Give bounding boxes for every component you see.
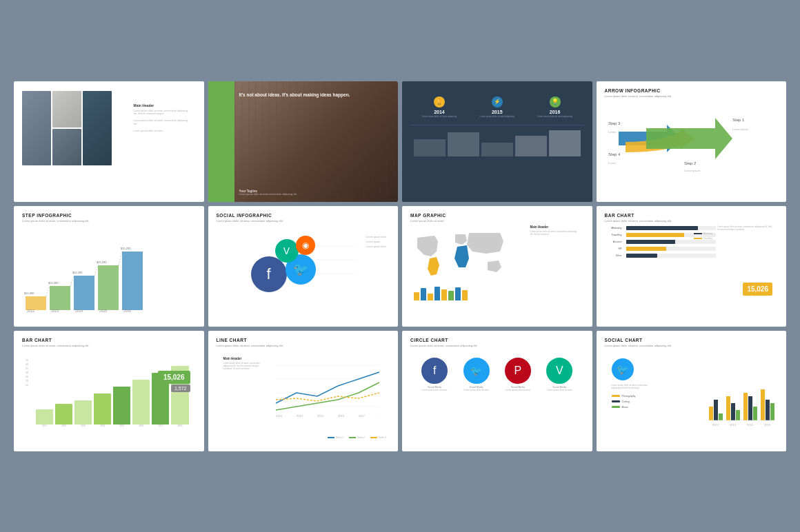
svg-line-15 xyxy=(94,265,98,276)
hbar-track-5 xyxy=(626,254,717,258)
svg-text:Step 3: Step 3 xyxy=(608,121,621,125)
svg-rect-41 xyxy=(714,400,718,420)
svg-text:Lorem: Lorem xyxy=(608,130,617,134)
highlight-value-2a: 15,026 xyxy=(158,371,190,384)
legend-coding-label: Coding xyxy=(622,400,630,403)
svg-text:Step 4: Step 4 xyxy=(608,152,621,156)
social-bubbles: f 🐦 V ◉ Lorem ipsum dolor Lorem ipsum Lo… xyxy=(217,225,390,308)
svg-text:$11,200: $11,200 xyxy=(72,271,83,274)
svg-text:2016: 2016 xyxy=(123,309,131,313)
circle-facebook: f Social Media Lorem ipsum dolor sit ame… xyxy=(421,358,448,392)
x-axis-labels: 2011 2012 2013 2014 2015 2016 2017 2018 xyxy=(22,424,196,427)
slide5-subtitle: Lorem ipsum dolor sit amet, consectetur … xyxy=(22,219,196,223)
svg-text:2015: 2015 xyxy=(747,423,754,427)
svg-text:Lorem ipsum: Lorem ipsum xyxy=(684,169,701,172)
highlight-value-1: 15,026 xyxy=(743,283,772,296)
svg-rect-45 xyxy=(736,410,740,420)
highlight-value-2b: 1,572 xyxy=(171,385,190,392)
svg-text:2014: 2014 xyxy=(730,423,737,427)
svg-text:2013: 2013 xyxy=(51,309,59,313)
circle-vine: V Social Media Lorem ipsum dolor sit ame… xyxy=(546,358,572,392)
slide5-title: STEP INFOGRAPHIC xyxy=(22,213,196,218)
slide9-subtitle: Lorem ipsum dolor sit amet, consectetur … xyxy=(22,344,196,347)
dark-bars xyxy=(410,129,584,156)
legend-photography: Photography xyxy=(612,395,657,398)
svg-text:2014: 2014 xyxy=(75,309,83,313)
slide6-subtitle: Lorem ipsum dolor sit amet, consectetur … xyxy=(217,219,390,223)
bar-right-body: Lorem ipsum dolor sit amet, consectetur … xyxy=(717,225,772,231)
map-bar-8 xyxy=(462,290,468,300)
hbar-track-1 xyxy=(626,226,717,230)
hbar-label-3: Account xyxy=(605,241,622,243)
map-bar-4 xyxy=(434,287,440,300)
slide11-subtitle: Lorem ipsum dolor sit amet, consectetur … xyxy=(410,344,584,347)
chart-legend: Photography Coding Music xyxy=(612,395,657,409)
hbar-fill-1 xyxy=(626,226,698,230)
map-bar-7 xyxy=(455,287,461,300)
vbar-2 xyxy=(55,404,72,424)
svg-rect-49 xyxy=(761,389,765,420)
circle-vine-icon: V xyxy=(546,358,572,384)
svg-line-16 xyxy=(119,252,122,265)
step-svg: 2012 2013 2014 2015 2016 $15,200 $15,200… xyxy=(22,231,201,314)
slide9-title: BAR CHART xyxy=(22,338,196,342)
legend-lines: Marketing Travelling xyxy=(694,232,712,242)
line-chart-text: Main Header Lorem ipsum dolor sit amet, … xyxy=(223,357,265,371)
svg-rect-47 xyxy=(748,396,752,420)
slide-social-chart: SOCIAL CHART Lorem ipsum dolor sit amet,… xyxy=(597,331,787,451)
timeline-separator xyxy=(410,125,584,125)
svg-rect-44 xyxy=(731,403,735,420)
svg-text:$15,293: $15,293 xyxy=(121,247,131,250)
svg-rect-12 xyxy=(122,252,143,310)
hbar-label-2: Travelling xyxy=(605,234,622,236)
circle-twitter: 🐦 Social Media Lorem ipsum dolor sit ame… xyxy=(463,358,490,392)
svg-text:2010: 2010 xyxy=(276,414,283,418)
slide4-subtitle: Lorem ipsum dolor sit amet, consectetur … xyxy=(605,94,779,98)
slide-step-infographic: STEP INFOGRAPHIC Lorem ipsum dolor sit a… xyxy=(14,206,204,327)
vbar-5 xyxy=(113,387,130,424)
svg-rect-9 xyxy=(50,286,70,310)
hbar-row-4: HR xyxy=(605,247,717,251)
svg-rect-50 xyxy=(766,400,770,420)
timeline-item-1: 🏆 2014 Lorem ipsum dolor sit amet adipis… xyxy=(410,96,468,119)
svg-rect-46 xyxy=(743,393,748,420)
svg-text:Lorem: Lorem xyxy=(608,161,617,165)
map-bar-1 xyxy=(414,292,419,300)
slide8-subtitle: Lorem ipsum dolor sit amet, consectetur … xyxy=(605,219,779,223)
slide12-title: SOCIAL CHART xyxy=(605,338,779,342)
quote-footer: Your Tagline Lorem ipsum dolor sit amet … xyxy=(239,190,395,196)
dark-bar-1 xyxy=(414,139,446,156)
svg-line-14 xyxy=(70,276,74,286)
legend-coding: Coding xyxy=(612,400,657,403)
slide7-title: MAP GRAPHIC xyxy=(410,213,584,218)
slide-photo-collage: Main Header Lorem ipsum dolor sit amet, … xyxy=(14,81,204,202)
svg-rect-43 xyxy=(726,396,730,420)
slide-bar-chart-bottom-left: BAR CHART Lorem ipsum dolor sit amet, co… xyxy=(14,331,204,451)
vbar-3 xyxy=(74,400,92,424)
legend-music: Music xyxy=(612,406,657,409)
line-legend: Series 1 Series 2 Series 3 xyxy=(328,436,386,439)
bar-right-text: Lorem ipsum dolor sit amet, consectetur … xyxy=(717,225,772,231)
map-bars xyxy=(410,285,584,300)
legend-item-3: Series 3 xyxy=(379,436,386,439)
slide11-title: CIRCLE CHART xyxy=(410,338,584,342)
svg-line-13 xyxy=(46,286,50,296)
arrow-svg: Step 1 Lorem ipsum Step 2 Lorem ipsum St… xyxy=(605,104,757,187)
svg-rect-51 xyxy=(770,403,774,420)
svg-text:2016: 2016 xyxy=(338,414,345,418)
svg-rect-10 xyxy=(74,276,94,310)
svg-rect-8 xyxy=(26,296,46,310)
slide6-title: SOCIAL INFOGRAPHIC xyxy=(217,213,390,218)
dark-bar-4 xyxy=(515,136,547,156)
legend-music-label: Music xyxy=(622,406,628,409)
timeline-row: 🏆 2014 Lorem ipsum dolor sit amet adipis… xyxy=(410,96,584,119)
slide7-subtitle: Lorem ipsum dolor sit amet. xyxy=(410,219,584,223)
svg-text:Lorem ipsum: Lorem ipsum xyxy=(732,127,749,131)
svg-text:2013: 2013 xyxy=(712,423,719,427)
map-bar-6 xyxy=(448,291,454,300)
photo-cell-4 xyxy=(52,129,81,165)
slide12-subtitle: Lorem ipsum dolor sit amet, consectetur … xyxy=(605,344,779,347)
legend-item-2: Series 2 xyxy=(357,436,365,439)
footer-body: Lorem ipsum dolor sit amet consectetur a… xyxy=(239,193,395,196)
quote-text: It's not about ideas. It's about making … xyxy=(239,92,395,98)
